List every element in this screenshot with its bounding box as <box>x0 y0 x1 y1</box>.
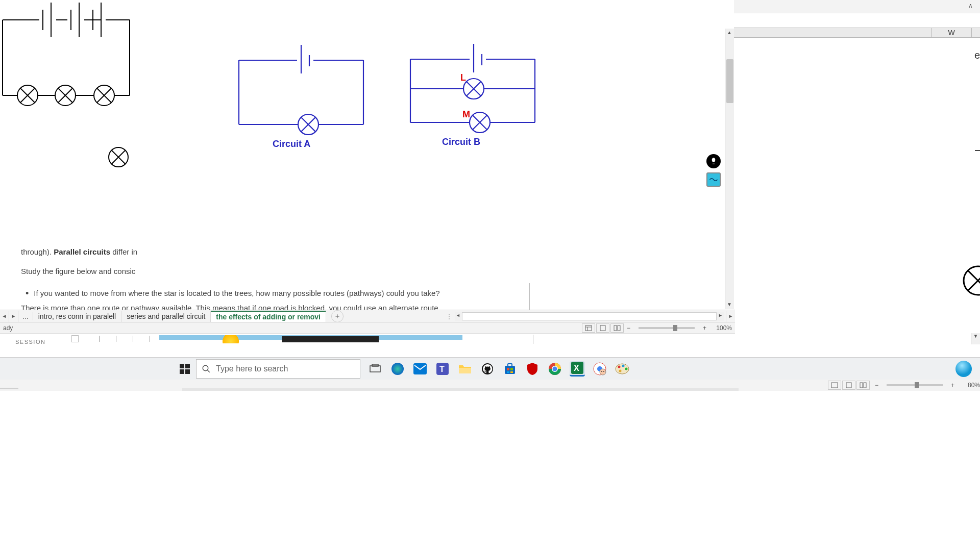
view-page-break-icon[interactable] <box>610 323 624 333</box>
start-button-icon[interactable] <box>174 358 196 380</box>
mcafee-icon[interactable] <box>525 361 540 377</box>
zoom-percent[interactable]: 100% <box>709 324 732 332</box>
svg-point-72 <box>391 363 404 375</box>
doc-line-parallel: through). Parallel circuits differ in <box>21 246 137 258</box>
zoom-slider-handle[interactable] <box>673 325 677 331</box>
svg-rect-64 <box>180 364 184 368</box>
excel-app-icon[interactable]: X <box>570 361 585 377</box>
weather-widget-icon[interactable] <box>955 361 972 377</box>
svg-point-98 <box>625 367 628 370</box>
svg-rect-61 <box>600 325 605 331</box>
file-explorer-icon[interactable] <box>457 361 473 377</box>
svg-rect-100 <box>831 383 838 388</box>
view-normal-icon-2[interactable] <box>828 381 841 390</box>
sheet-nav-prev[interactable]: ◄ <box>0 311 9 322</box>
zoom-slider-2[interactable] <box>887 384 943 386</box>
view-page-layout-icon-2[interactable] <box>842 381 855 390</box>
scrollbar-thumb[interactable] <box>726 59 733 103</box>
ruler-origin <box>71 335 79 342</box>
zoom-in-button-2[interactable]: + <box>951 382 954 389</box>
hscroll-track[interactable] <box>462 312 717 320</box>
svg-point-92 <box>600 369 606 375</box>
sheet-nav-next[interactable]: ► <box>9 311 18 322</box>
paint-app-icon[interactable] <box>615 361 630 377</box>
svg-rect-80 <box>507 368 509 370</box>
bulb-l-label: L <box>460 72 466 83</box>
lone-bulb-symbol <box>107 146 130 168</box>
left-stub-bar <box>0 388 18 389</box>
view-normal-icon[interactable] <box>582 323 595 333</box>
secondary-scrollbar[interactable]: ▼ <box>971 333 980 344</box>
doc-bullet-question: If you wanted to move from where the sta… <box>26 286 440 300</box>
column-header-W[interactable]: W <box>931 28 972 37</box>
zoom-slider[interactable] <box>639 327 695 329</box>
svg-rect-81 <box>510 368 513 370</box>
svg-rect-102 <box>860 383 863 388</box>
svg-rect-103 <box>864 383 866 388</box>
svg-rect-67 <box>185 369 190 374</box>
inner-vertical-scrollbar[interactable]: ▲ ▼ <box>725 29 734 309</box>
chrome-profile-icon[interactable] <box>592 361 607 377</box>
svg-rect-101 <box>846 383 851 388</box>
task-view-icon[interactable] <box>368 361 383 377</box>
svg-rect-76 <box>459 368 471 373</box>
hscroll-right-arrow[interactable]: ► <box>718 313 723 318</box>
sheet-nav-ellipsis[interactable]: ... <box>18 312 33 320</box>
svg-rect-62 <box>614 325 617 331</box>
edge-browser-icon[interactable] <box>390 361 405 377</box>
circuit-a-diagram: Circuit A <box>238 45 371 152</box>
zoom-in-button[interactable]: + <box>703 324 706 332</box>
ink-tool-icon[interactable] <box>706 172 721 187</box>
status-ready: ady <box>3 324 13 332</box>
worksheet-canvas: Circuit A L M Circuit B ▲ <box>0 0 734 310</box>
svg-point-96 <box>618 365 621 368</box>
svg-point-99 <box>619 369 622 372</box>
pen-tool-icon[interactable] <box>706 154 721 168</box>
sheet-tab-series-parallel[interactable]: series and parallel circuit <box>121 311 211 322</box>
view-page-layout-icon[interactable] <box>596 323 609 333</box>
cell-content-e: e <box>974 49 980 61</box>
ribbon-collapse-caret[interactable]: ∧ <box>968 2 973 9</box>
sheet-tab-effects-active[interactable]: the effects of adding or removi <box>211 311 326 322</box>
zoom-out-button-2[interactable]: − <box>875 382 878 389</box>
view-page-break-icon-2[interactable] <box>856 381 870 390</box>
sheet-tab-intro[interactable]: intro, res conn in paralell <box>33 311 122 322</box>
scrollbar-up-arrow[interactable]: ▲ <box>727 30 732 35</box>
search-icon <box>202 364 211 373</box>
bottom-horizontal-scroll[interactable] <box>182 388 739 391</box>
svg-rect-58 <box>585 325 592 331</box>
svg-point-97 <box>622 364 625 367</box>
svg-point-93 <box>601 371 602 372</box>
black-series-circuit-diagram <box>1 3 134 110</box>
taskbar-icons: T X <box>368 361 630 377</box>
zoom-out-button[interactable]: − <box>627 324 630 332</box>
row-fragment-dash <box>975 150 980 151</box>
svg-point-87 <box>553 366 557 371</box>
svg-line-57 <box>968 270 980 291</box>
circuit-a-label: Circuit A <box>273 139 310 149</box>
teams-icon[interactable]: T <box>435 361 450 377</box>
svg-rect-71 <box>372 364 378 366</box>
windows-taskbar: Type here to search T X <box>0 357 980 380</box>
mail-app-icon[interactable] <box>412 361 428 377</box>
scrollbar-down-arrow[interactable]: ▼ <box>727 302 732 307</box>
doc-line-study: Study the figure below and consic <box>21 265 135 278</box>
sheet-horizontal-scrollbar[interactable]: ◄ ► <box>455 312 724 321</box>
svg-point-94 <box>603 371 604 372</box>
session-label: SESSION <box>15 339 45 345</box>
zoom-percent-2[interactable]: 80% <box>958 382 980 389</box>
sheet-tab-add[interactable]: ＋ <box>331 310 344 322</box>
taskbar-search-box[interactable]: Type here to search <box>196 359 360 379</box>
doc-margin-line-2 <box>533 335 533 344</box>
bulb-m-label: M <box>462 109 470 119</box>
hscroll-left-arrow[interactable]: ◄ <box>456 313 460 318</box>
github-desktop-icon[interactable] <box>480 361 495 377</box>
zoom-slider-handle-2[interactable] <box>915 382 919 388</box>
microsoft-store-icon[interactable] <box>502 361 518 377</box>
floating-tool-palette <box>706 154 721 187</box>
svg-text:T: T <box>439 365 445 373</box>
svg-rect-78 <box>505 366 515 374</box>
sheet-nav-next-outer[interactable]: ► <box>726 311 735 322</box>
chrome-browser-icon[interactable] <box>547 361 562 377</box>
svg-rect-63 <box>618 325 620 331</box>
